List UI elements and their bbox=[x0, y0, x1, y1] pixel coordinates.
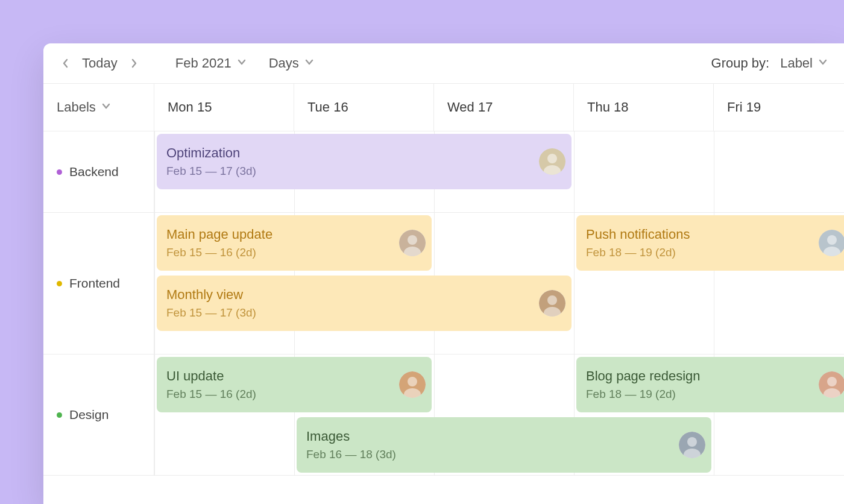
day-column-header: Fri 19 bbox=[714, 84, 844, 131]
timeline-group: BackendOptimizationFeb 15 — 17 (3d) bbox=[43, 131, 844, 213]
chevron-down-icon bbox=[819, 59, 827, 68]
month-picker[interactable]: Feb 2021 bbox=[175, 55, 246, 71]
day-column-header: Thu 18 bbox=[574, 84, 714, 131]
group-name: Backend bbox=[69, 165, 119, 179]
group-label[interactable]: Design bbox=[43, 354, 154, 475]
day-column-header: Mon 15 bbox=[154, 84, 294, 131]
group-color-dot bbox=[57, 281, 62, 286]
task-dates: Feb 16 — 18 (3d) bbox=[306, 448, 702, 461]
task-title: Push notifications bbox=[586, 227, 842, 242]
lane-spacer bbox=[154, 333, 844, 354]
task-title: Monthly view bbox=[166, 287, 562, 303]
lane-area: Main page updateFeb 15 — 16 (2d)Push not… bbox=[154, 213, 844, 354]
groupby-control: Group by: Label bbox=[711, 55, 827, 71]
groupby-value: Label bbox=[780, 55, 813, 71]
timeline-group: FrontendMain page updateFeb 15 — 16 (2d)… bbox=[43, 213, 844, 354]
task-title: UI update bbox=[166, 368, 422, 384]
next-icon[interactable] bbox=[128, 58, 139, 69]
task-title: Optimization bbox=[166, 145, 562, 161]
task-dates: Feb 15 — 16 (2d) bbox=[166, 388, 422, 401]
task-dates: Feb 15 — 17 (3d) bbox=[166, 165, 562, 178]
timeline-groups: BackendOptimizationFeb 15 — 17 (3d)Front… bbox=[43, 131, 844, 476]
svg-point-16 bbox=[827, 377, 837, 386]
groupby-text: Group by: bbox=[711, 55, 770, 71]
timeline-group: DesignUI updateFeb 15 — 16 (2d)Blog page… bbox=[43, 354, 844, 476]
chevron-down-icon bbox=[305, 59, 313, 68]
svg-point-19 bbox=[687, 437, 697, 447]
day-label: Thu 18 bbox=[587, 99, 629, 115]
lane-area: OptimizationFeb 15 — 17 (3d) bbox=[154, 131, 844, 212]
group-color-dot bbox=[57, 412, 62, 418]
svg-point-1 bbox=[547, 154, 557, 163]
group-name: Design bbox=[69, 408, 109, 422]
svg-point-7 bbox=[827, 235, 837, 245]
column-headers: Labels Mon 15 Tue 16 Wed 17 Thu 18 Fri 1… bbox=[43, 84, 844, 131]
task-title: Main page update bbox=[166, 227, 422, 242]
svg-point-13 bbox=[408, 377, 417, 386]
chevron-down-icon bbox=[102, 103, 110, 112]
day-column-header: Tue 16 bbox=[294, 84, 434, 131]
timeline-app: Today Feb 2021 Days Group by: Label bbox=[43, 43, 844, 504]
group-label[interactable]: Frontend bbox=[43, 213, 154, 354]
task-title: Blog page redesign bbox=[586, 368, 842, 384]
labels-column-header[interactable]: Labels bbox=[43, 84, 154, 131]
groupby-dropdown[interactable]: Label bbox=[780, 55, 827, 71]
task-card[interactable]: Main page updateFeb 15 — 16 (2d) bbox=[157, 215, 432, 271]
avatar[interactable] bbox=[679, 432, 705, 458]
group-color-dot bbox=[57, 169, 62, 175]
day-label: Wed 17 bbox=[447, 99, 493, 115]
group-name: Frontend bbox=[69, 276, 120, 291]
day-column-header: Wed 17 bbox=[434, 84, 574, 131]
today-button[interactable]: Today bbox=[82, 55, 118, 71]
group-label[interactable]: Backend bbox=[43, 131, 154, 212]
nav-buttons: Today bbox=[60, 55, 139, 71]
month-label: Feb 2021 bbox=[175, 55, 231, 71]
task-card[interactable]: Push notificationsFeb 18 — 19 (2d) bbox=[576, 215, 844, 271]
task-dates: Feb 18 — 19 (2d) bbox=[586, 388, 842, 401]
task-dates: Feb 18 — 19 (2d) bbox=[586, 246, 842, 259]
avatar[interactable] bbox=[539, 290, 565, 317]
task-card[interactable]: Blog page redesignFeb 18 — 19 (2d) bbox=[576, 357, 844, 412]
scale-label: Days bbox=[269, 55, 299, 71]
task-card[interactable]: ImagesFeb 16 — 18 (3d) bbox=[297, 417, 711, 473]
svg-point-4 bbox=[408, 235, 417, 245]
avatar[interactable] bbox=[399, 230, 426, 256]
task-dates: Feb 15 — 17 (3d) bbox=[166, 306, 562, 320]
labels-header-text: Labels bbox=[57, 99, 96, 115]
avatar[interactable] bbox=[819, 230, 844, 256]
day-label: Mon 15 bbox=[168, 99, 212, 115]
lane-spacer bbox=[154, 192, 844, 212]
lane-area: UI updateFeb 15 — 16 (2d)Blog page redes… bbox=[154, 354, 844, 475]
avatar[interactable] bbox=[399, 371, 426, 398]
day-label: Fri 19 bbox=[727, 99, 761, 115]
scale-picker[interactable]: Days bbox=[269, 55, 313, 71]
task-card[interactable]: OptimizationFeb 15 — 17 (3d) bbox=[157, 134, 572, 189]
task-title: Images bbox=[306, 429, 702, 444]
task-card[interactable]: UI updateFeb 15 — 16 (2d) bbox=[157, 357, 432, 412]
prev-icon[interactable] bbox=[60, 58, 71, 69]
svg-point-10 bbox=[547, 295, 557, 305]
chevron-down-icon bbox=[238, 59, 246, 68]
task-dates: Feb 15 — 16 (2d) bbox=[166, 246, 422, 259]
avatar[interactable] bbox=[819, 371, 844, 398]
task-card[interactable]: Monthly viewFeb 15 — 17 (3d) bbox=[157, 276, 572, 331]
avatar[interactable] bbox=[539, 148, 565, 175]
day-label: Tue 16 bbox=[307, 99, 348, 115]
toolbar: Today Feb 2021 Days Group by: Label bbox=[43, 43, 844, 84]
